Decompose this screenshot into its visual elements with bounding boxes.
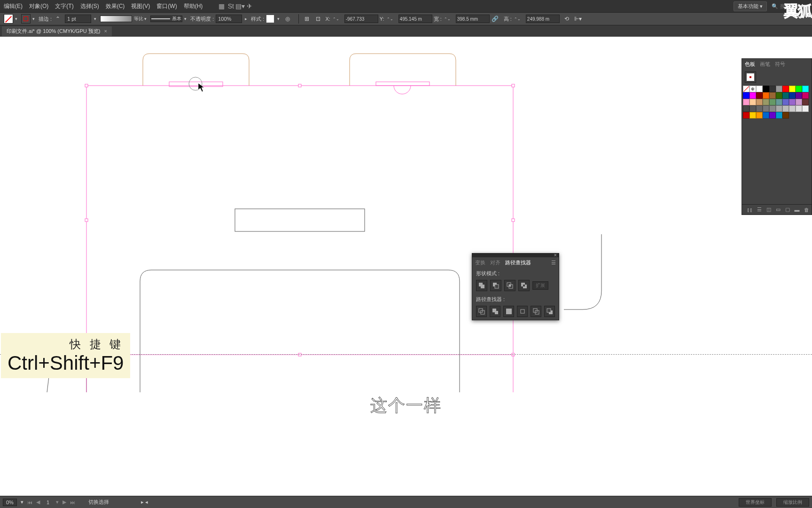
swatch-color[interactable]: [769, 105, 776, 112]
swatch-color[interactable]: [769, 112, 776, 119]
swatch-color[interactable]: [782, 105, 789, 112]
minus-back-button[interactable]: [544, 306, 555, 317]
nav-dd[interactable]: ▾: [56, 499, 59, 505]
swatch-color[interactable]: [789, 92, 796, 99]
swatch-color[interactable]: [776, 105, 782, 112]
fill-swatch[interactable]: [4, 14, 13, 24]
nav-next-icon[interactable]: ▶: [62, 499, 66, 505]
menu-view[interactable]: 视图(V): [131, 2, 150, 10]
swatch-color[interactable]: [796, 105, 802, 112]
menu-edit[interactable]: 编辑(E): [4, 2, 23, 10]
align-icon[interactable]: ⊞: [303, 15, 311, 23]
tab-brushes[interactable]: 画笔: [760, 61, 770, 68]
close-tab-icon[interactable]: ×: [104, 28, 107, 34]
x-stepper-icon[interactable]: ⌃⌄: [332, 15, 340, 23]
swatch-color[interactable]: [743, 105, 750, 112]
crop-button[interactable]: [517, 306, 528, 317]
menu-text[interactable]: 文字(T): [55, 2, 73, 10]
swatch-color[interactable]: [763, 92, 769, 99]
minus-front-button[interactable]: [490, 280, 501, 291]
swatch-color[interactable]: [796, 99, 802, 105]
swatch-color[interactable]: [802, 99, 809, 105]
swatch-color[interactable]: [782, 86, 789, 92]
swatch-color[interactable]: [776, 92, 782, 99]
swatch-color[interactable]: [776, 86, 782, 92]
intersect-button[interactable]: [504, 280, 515, 291]
swatch-preview[interactable]: [745, 71, 756, 83]
swatch-color[interactable]: [782, 99, 789, 105]
exclude-button[interactable]: [518, 280, 530, 291]
zoom-dd[interactable]: ▾: [21, 499, 23, 505]
swatch-color[interactable]: [769, 92, 776, 99]
gpu-icon[interactable]: ✈: [245, 1, 254, 11]
swatch-color[interactable]: [743, 92, 750, 99]
nav-first-icon[interactable]: ⏮: [27, 500, 32, 505]
swatch-color[interactable]: [750, 112, 756, 119]
tab-swatches[interactable]: 色板: [745, 61, 755, 68]
swatch-color[interactable]: [750, 105, 756, 112]
tab-symbols[interactable]: 符号: [775, 61, 785, 68]
stroke-weight-dd[interactable]: ▾: [94, 16, 96, 21]
stroke-swatch[interactable]: [21, 14, 31, 24]
tab-pathfinder[interactable]: 路径查找器: [505, 259, 531, 266]
swatch-color[interactable]: [763, 112, 769, 119]
h-input[interactable]: [526, 15, 560, 23]
menu-object[interactable]: 对象(O): [29, 2, 48, 10]
swatch-color[interactable]: [789, 86, 796, 92]
pathfinder-panel[interactable]: 变换 对齐 路径查找器 ☰ 形状模式 : 扩展 路径查找器 :: [472, 253, 559, 320]
swatch-color[interactable]: [750, 99, 756, 105]
stroke-profile[interactable]: [100, 16, 132, 22]
y-input[interactable]: [398, 15, 432, 23]
folder-icon[interactable]: ▬: [794, 206, 800, 213]
swatch-color[interactable]: [756, 99, 763, 105]
swatches-panel[interactable]: 色板 画笔 符号 ⫿⫿ ☰ ◫ ▭ ▢ ▬ 🗑: [742, 58, 812, 215]
group-icon[interactable]: ▭: [775, 206, 781, 213]
swatch-color[interactable]: [796, 86, 802, 92]
canvas[interactable]: 快 捷 键 Ctrl+Shift+F9 这个一样: [0, 37, 812, 496]
swatch-color[interactable]: [763, 105, 769, 112]
swatch-color[interactable]: [782, 112, 789, 119]
expand-button[interactable]: 扩展: [532, 281, 548, 290]
opacity-input[interactable]: [216, 15, 242, 23]
merge-button[interactable]: [503, 306, 514, 317]
nav-prev-icon[interactable]: ◀: [36, 499, 40, 505]
transform-icon[interactable]: ⟲: [562, 15, 571, 23]
unite-button[interactable]: [476, 280, 487, 291]
link-wh-icon[interactable]: 🔗: [491, 15, 500, 23]
menu-select[interactable]: 选择(S): [80, 2, 99, 10]
artboard-num[interactable]: 1: [44, 500, 52, 505]
scroll-left-icon[interactable]: ▸ ◂: [141, 499, 148, 505]
stroke-profile-dd[interactable]: ▾: [144, 16, 147, 21]
nav-last-icon[interactable]: ⏭: [70, 500, 75, 505]
fill-dropdown[interactable]: ▾: [15, 16, 17, 21]
swatch-color[interactable]: [789, 99, 796, 105]
stroke-weight-input[interactable]: [65, 15, 91, 23]
trash-icon[interactable]: 🗑: [803, 206, 810, 213]
menu-effect[interactable]: 效果(C): [106, 2, 125, 10]
document-tab[interactable]: 印刷文件.ai* @ 100% (CMYK/GPU 预览) ×: [2, 26, 112, 36]
shape-icon[interactable]: ⊡: [314, 15, 322, 23]
trim-button[interactable]: [490, 306, 500, 317]
link-stroke-icon[interactable]: ⌃: [54, 15, 62, 23]
menu-window[interactable]: 窗口(W): [156, 2, 177, 10]
arrange-icon[interactable]: ▤▾: [235, 1, 245, 11]
tab-transform[interactable]: 变换: [475, 259, 485, 266]
scale-mode[interactable]: 缩放比例: [776, 498, 809, 507]
options-icon[interactable]: ◫: [765, 206, 772, 213]
x-input[interactable]: [344, 15, 378, 23]
swatch-color[interactable]: [743, 99, 750, 105]
stock-icon[interactable]: St: [226, 1, 235, 11]
swatch-none[interactable]: [743, 86, 750, 92]
swatch-color[interactable]: [769, 86, 776, 92]
h-stepper-icon[interactable]: ⌃⌄: [513, 15, 522, 23]
swatch-color[interactable]: [789, 105, 796, 112]
stroke-dropdown[interactable]: ▾: [32, 16, 35, 21]
swatch-color[interactable]: [802, 92, 809, 99]
style-dd[interactable]: ▾: [277, 16, 280, 21]
w-input[interactable]: [456, 15, 490, 23]
menu-help[interactable]: 帮助(H): [184, 2, 203, 10]
swatch-color[interactable]: [796, 92, 802, 99]
swatch-color[interactable]: [756, 86, 763, 92]
recolor-icon[interactable]: ◎: [283, 15, 292, 23]
style-swatch[interactable]: [266, 15, 274, 23]
